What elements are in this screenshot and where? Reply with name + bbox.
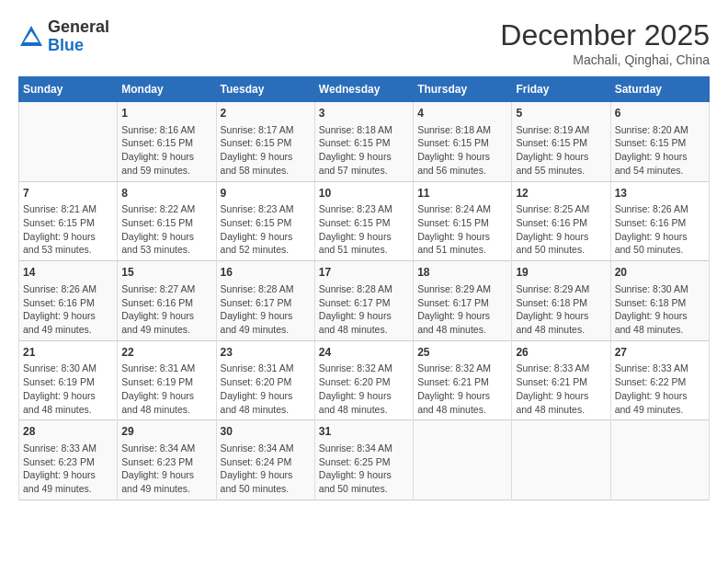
calendar-cell: 7Sunrise: 8:21 AM Sunset: 6:15 PM Daylig… (19, 181, 118, 261)
col-header-tuesday: Tuesday (216, 77, 314, 102)
day-number: 11 (417, 186, 507, 201)
day-number: 7 (23, 186, 113, 201)
calendar-cell: 26Sunrise: 8:33 AM Sunset: 6:21 PM Dayli… (512, 340, 610, 420)
cell-content: Sunrise: 8:21 AM Sunset: 6:15 PM Dayligh… (23, 202, 113, 257)
calendar-header-row: SundayMondayTuesdayWednesdayThursdayFrid… (19, 77, 710, 102)
day-number: 29 (121, 424, 211, 440)
calendar-cell: 28Sunrise: 8:33 AM Sunset: 6:23 PM Dayli… (19, 420, 118, 500)
calendar-cell (512, 420, 610, 500)
calendar-cell: 11Sunrise: 8:24 AM Sunset: 6:15 PM Dayli… (414, 181, 512, 261)
calendar-week-row: 21Sunrise: 8:30 AM Sunset: 6:19 PM Dayli… (19, 340, 710, 420)
day-number: 9 (221, 186, 311, 201)
calendar-cell: 3Sunrise: 8:18 AM Sunset: 6:15 PM Daylig… (314, 102, 413, 182)
day-number: 30 (221, 424, 311, 440)
calendar-cell: 23Sunrise: 8:31 AM Sunset: 6:20 PM Dayli… (216, 340, 314, 420)
calendar-table: SundayMondayTuesdayWednesdayThursdayFrid… (18, 76, 710, 500)
day-number: 25 (417, 345, 507, 361)
col-header-monday: Monday (118, 77, 216, 102)
calendar-cell: 9Sunrise: 8:23 AM Sunset: 6:15 PM Daylig… (216, 181, 314, 261)
calendar-cell (610, 420, 709, 500)
cell-content: Sunrise: 8:26 AM Sunset: 6:16 PM Dayligh… (23, 282, 113, 337)
cell-content: Sunrise: 8:19 AM Sunset: 6:15 PM Dayligh… (516, 123, 606, 178)
calendar-cell: 1Sunrise: 8:16 AM Sunset: 6:15 PM Daylig… (118, 102, 216, 182)
calendar-cell: 13Sunrise: 8:26 AM Sunset: 6:16 PM Dayli… (610, 181, 709, 261)
calendar-cell: 31Sunrise: 8:34 AM Sunset: 6:25 PM Dayli… (314, 420, 413, 500)
cell-content: Sunrise: 8:25 AM Sunset: 6:16 PM Dayligh… (516, 202, 606, 257)
calendar-cell: 6Sunrise: 8:20 AM Sunset: 6:15 PM Daylig… (610, 102, 709, 182)
calendar-cell: 22Sunrise: 8:31 AM Sunset: 6:19 PM Dayli… (118, 340, 216, 420)
calendar-cell: 27Sunrise: 8:33 AM Sunset: 6:22 PM Dayli… (610, 340, 709, 420)
day-number: 19 (516, 265, 606, 281)
day-number: 1 (121, 106, 211, 121)
day-number: 13 (615, 186, 705, 201)
cell-content: Sunrise: 8:23 AM Sunset: 6:15 PM Dayligh… (221, 202, 311, 257)
title-block: December 2025 Machali, Qinghai, China (500, 18, 710, 67)
col-header-saturday: Saturday (610, 77, 709, 102)
cell-content: Sunrise: 8:29 AM Sunset: 6:18 PM Dayligh… (516, 282, 606, 337)
col-header-thursday: Thursday (414, 77, 512, 102)
calendar-cell: 15Sunrise: 8:27 AM Sunset: 6:16 PM Dayli… (118, 261, 216, 341)
cell-content: Sunrise: 8:26 AM Sunset: 6:16 PM Dayligh… (615, 202, 705, 257)
day-number: 16 (221, 265, 311, 281)
day-number: 26 (516, 345, 606, 361)
day-number: 3 (319, 106, 409, 121)
calendar-cell (19, 102, 118, 182)
day-number: 28 (23, 424, 113, 440)
cell-content: Sunrise: 8:30 AM Sunset: 6:19 PM Dayligh… (23, 362, 113, 416)
day-number: 21 (23, 345, 113, 361)
calendar-cell: 4Sunrise: 8:18 AM Sunset: 6:15 PM Daylig… (414, 102, 512, 182)
calendar-cell: 19Sunrise: 8:29 AM Sunset: 6:18 PM Dayli… (512, 261, 610, 341)
calendar-cell: 17Sunrise: 8:28 AM Sunset: 6:17 PM Dayli… (314, 261, 413, 341)
day-number: 14 (23, 265, 113, 281)
cell-content: Sunrise: 8:17 AM Sunset: 6:15 PM Dayligh… (221, 123, 311, 178)
calendar-cell: 25Sunrise: 8:32 AM Sunset: 6:21 PM Dayli… (414, 340, 512, 420)
cell-content: Sunrise: 8:28 AM Sunset: 6:17 PM Dayligh… (319, 282, 409, 337)
day-number: 10 (319, 186, 409, 201)
cell-content: Sunrise: 8:22 AM Sunset: 6:15 PM Dayligh… (121, 202, 211, 257)
day-number: 2 (221, 106, 311, 121)
logo-icon (18, 24, 44, 50)
cell-content: Sunrise: 8:34 AM Sunset: 6:24 PM Dayligh… (221, 442, 311, 496)
cell-content: Sunrise: 8:16 AM Sunset: 6:15 PM Dayligh… (121, 123, 211, 178)
logo-general: General (48, 18, 109, 37)
calendar-week-row: 14Sunrise: 8:26 AM Sunset: 6:16 PM Dayli… (19, 261, 710, 341)
day-number: 5 (516, 106, 606, 121)
calendar-cell: 20Sunrise: 8:30 AM Sunset: 6:18 PM Dayli… (610, 261, 709, 341)
day-number: 24 (319, 345, 409, 361)
day-number: 15 (121, 265, 211, 281)
day-number: 23 (221, 345, 311, 361)
page-header: General Blue December 2025 Machali, Qing… (18, 18, 710, 67)
cell-content: Sunrise: 8:27 AM Sunset: 6:16 PM Dayligh… (121, 282, 211, 337)
calendar-cell: 8Sunrise: 8:22 AM Sunset: 6:15 PM Daylig… (118, 181, 216, 261)
cell-content: Sunrise: 8:31 AM Sunset: 6:20 PM Dayligh… (221, 362, 311, 416)
calendar-cell: 12Sunrise: 8:25 AM Sunset: 6:16 PM Dayli… (512, 181, 610, 261)
calendar-cell: 18Sunrise: 8:29 AM Sunset: 6:17 PM Dayli… (414, 261, 512, 341)
calendar-cell: 2Sunrise: 8:17 AM Sunset: 6:15 PM Daylig… (216, 102, 314, 182)
calendar-cell: 5Sunrise: 8:19 AM Sunset: 6:15 PM Daylig… (512, 102, 610, 182)
calendar-cell: 24Sunrise: 8:32 AM Sunset: 6:20 PM Dayli… (314, 340, 413, 420)
cell-content: Sunrise: 8:33 AM Sunset: 6:21 PM Dayligh… (516, 362, 606, 416)
day-number: 6 (615, 106, 705, 121)
cell-content: Sunrise: 8:18 AM Sunset: 6:15 PM Dayligh… (319, 123, 409, 178)
cell-content: Sunrise: 8:34 AM Sunset: 6:23 PM Dayligh… (121, 442, 211, 496)
cell-content: Sunrise: 8:32 AM Sunset: 6:20 PM Dayligh… (319, 362, 409, 416)
col-header-wednesday: Wednesday (314, 77, 413, 102)
cell-content: Sunrise: 8:31 AM Sunset: 6:19 PM Dayligh… (121, 362, 211, 416)
day-number: 31 (319, 424, 409, 440)
cell-content: Sunrise: 8:32 AM Sunset: 6:21 PM Dayligh… (417, 362, 507, 416)
col-header-sunday: Sunday (19, 77, 118, 102)
calendar-cell (414, 420, 512, 500)
calendar-week-row: 1Sunrise: 8:16 AM Sunset: 6:15 PM Daylig… (19, 102, 710, 182)
month-title: December 2025 (500, 18, 710, 52)
cell-content: Sunrise: 8:18 AM Sunset: 6:15 PM Dayligh… (417, 123, 507, 178)
logo: General Blue (18, 18, 109, 55)
cell-content: Sunrise: 8:33 AM Sunset: 6:22 PM Dayligh… (615, 362, 705, 416)
cell-content: Sunrise: 8:28 AM Sunset: 6:17 PM Dayligh… (221, 282, 311, 337)
day-number: 18 (417, 265, 507, 281)
col-header-friday: Friday (512, 77, 610, 102)
calendar-cell: 16Sunrise: 8:28 AM Sunset: 6:17 PM Dayli… (216, 261, 314, 341)
day-number: 12 (516, 186, 606, 201)
calendar-week-row: 28Sunrise: 8:33 AM Sunset: 6:23 PM Dayli… (19, 420, 710, 500)
day-number: 8 (121, 186, 211, 201)
day-number: 22 (121, 345, 211, 361)
